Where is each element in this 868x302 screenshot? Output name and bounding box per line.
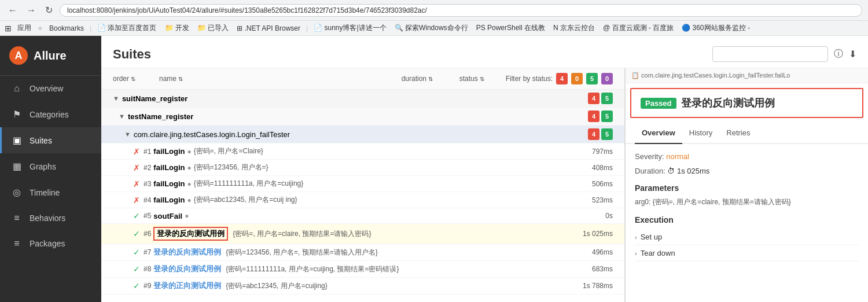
- row-duration: 496ms: [567, 248, 613, 256]
- pass-icon: ✓: [133, 229, 140, 238]
- row-num: #9: [144, 282, 151, 290]
- bookmark-sunny[interactable]: 📄 sunny博客|讲述一个: [311, 23, 388, 34]
- tab-retries[interactable]: Retries: [719, 123, 757, 144]
- row-detail: {密码=111111111a, 用户名=cuijing}: [194, 179, 567, 189]
- main-content: Suites ⓘ ⬇ order name duration status Fi…: [101, 36, 868, 302]
- col-order[interactable]: order: [113, 75, 159, 83]
- tree-row[interactable]: ✓ #5 soutFail ● 0s: [101, 208, 624, 224]
- bookmark-bookmarks[interactable]: Bookmarks: [47, 24, 86, 33]
- refresh-button[interactable]: ↻: [43, 3, 55, 17]
- pass-icon: ✓: [133, 248, 140, 257]
- tree-row[interactable]: ✓ #8 登录的反向测试用例 {密码=111111111a, 用户名=cuiji…: [101, 261, 624, 278]
- dot-icon: ●: [187, 196, 192, 204]
- filter-badge-passed[interactable]: 5: [586, 73, 598, 84]
- pass-icon: ✓: [133, 281, 140, 290]
- col-status[interactable]: status: [459, 75, 506, 83]
- row-name: soutFail: [153, 212, 182, 220]
- filter-badge-broken[interactable]: 0: [571, 73, 583, 84]
- bookmark-apps[interactable]: 应用: [15, 23, 34, 34]
- chevron-right-icon: ›: [635, 234, 637, 241]
- row-num: #4: [144, 196, 151, 204]
- tree-row-selected[interactable]: ✓ #6 登录的反向测试用例 {密码=, 用户名=claire, 预期结果=请输…: [101, 224, 624, 244]
- dot-icon: ●: [187, 164, 192, 172]
- tab-overview[interactable]: Overview: [635, 123, 682, 144]
- detail-url: 📋 com.claire.jing.testCases.login.Login_…: [626, 68, 868, 83]
- tree-row[interactable]: ✗ #3 failLogin ● {密码=111111111a, 用户名=cui…: [101, 176, 624, 192]
- row-name: 登录的正向测试用例: [153, 281, 221, 291]
- sidebar-item-graphs[interactable]: ▦ Graphs: [0, 153, 101, 179]
- sidebar-label-timeline: Timeline: [30, 188, 60, 197]
- bookmarks-bar: ⊞ 应用 ★ Bookmarks | 📄 添加至百度首页 📁 开发 📁 已导入 …: [0, 21, 868, 36]
- row-name: failLogin: [153, 179, 185, 188]
- row-duration: 1s 788ms: [567, 282, 613, 290]
- execution-setup[interactable]: › Set up: [635, 229, 859, 245]
- execution-section: Execution › Set up › Tear down: [635, 215, 859, 262]
- bookmark-dev[interactable]: 📁 开发: [163, 23, 192, 34]
- table-header: order name duration status Filter by sta…: [101, 68, 624, 90]
- row-duration: 523ms: [567, 196, 613, 204]
- timeline-icon: ◎: [11, 187, 23, 198]
- bookmark-windows[interactable]: 🔍 探索Windows命令行: [392, 23, 470, 34]
- badge-fail: 4: [588, 93, 599, 104]
- tree-row[interactable]: ✗ #4 failLogin ● {密码=abc12345, 用户名=cuij …: [101, 192, 624, 208]
- tree-row[interactable]: ▼ suitName_register 4 5: [101, 90, 624, 108]
- row-duration: 1s 025ms: [567, 230, 613, 238]
- sidebar-item-overview[interactable]: ⌂ Overview: [0, 76, 101, 101]
- detail-panel: 📋 com.claire.jing.testCases.login.Login_…: [625, 68, 868, 302]
- suites-panel: order name duration status Filter by sta…: [101, 68, 625, 302]
- fail-icon: ✗: [133, 147, 140, 156]
- dot-icon: ●: [187, 148, 192, 156]
- forward-button[interactable]: →: [24, 4, 38, 17]
- tree-row[interactable]: ✓ #7 登录的反向测试用例 {密码=123456, 用户名=, 预期结果=请输…: [101, 244, 624, 261]
- row-name: failLogin: [153, 196, 185, 204]
- row-name: failLogin: [153, 163, 185, 172]
- bookmark-jd[interactable]: N 京东云控台: [551, 23, 597, 34]
- sidebar-item-categories[interactable]: ⚑ Categories: [0, 101, 101, 127]
- tree-row[interactable]: ▼ testName_register 4 5: [101, 108, 624, 126]
- execution-title: Execution: [635, 215, 859, 224]
- severity-value: normal: [666, 152, 689, 161]
- tree-row[interactable]: ▼ com.claire.jing.testCases.login.Login_…: [101, 126, 624, 143]
- sidebar-label-overview: Overview: [30, 84, 63, 93]
- back-button[interactable]: ←: [6, 4, 20, 17]
- suites-icon: ▣: [11, 135, 23, 146]
- tab-history[interactable]: History: [682, 123, 719, 144]
- badge-fail: 4: [588, 128, 599, 140]
- pass-icon: ✓: [133, 264, 140, 274]
- graphs-icon: ▦: [11, 161, 23, 172]
- bookmark-360[interactable]: 🔵 360网站服务监控 -: [679, 23, 752, 34]
- row-duration: 506ms: [567, 180, 613, 188]
- detail-body: Severity: normal Duration: ⏱ 1s 025ms Pa…: [626, 144, 868, 302]
- info-button[interactable]: ⓘ: [834, 48, 843, 60]
- col-duration[interactable]: duration: [402, 75, 459, 83]
- filter-badge-failed[interactable]: 4: [556, 73, 568, 84]
- bookmark-imported[interactable]: 📁 已导入: [195, 23, 231, 34]
- apps-icon[interactable]: ⊞: [5, 24, 12, 33]
- param-arg0: arg0: {密码=, 用户名=claire, 预期结果=请输入密码}: [635, 197, 859, 207]
- col-name[interactable]: name: [159, 75, 402, 83]
- execution-teardown[interactable]: › Tear down: [635, 245, 859, 262]
- sidebar-logo-text: Allure: [34, 49, 67, 62]
- tree-row[interactable]: ✓ #9 登录的正向测试用例 {密码=abc12345, 用户名=cuijing…: [101, 278, 624, 294]
- sidebar-item-suites[interactable]: ▣ Suites: [0, 127, 101, 153]
- browser-chrome: ← → ↻ localhost:8080/jenkins/job/UiAutoT…: [0, 0, 868, 21]
- tree-row[interactable]: ✗ #2 failLogin ● {密码=123456, 用户名=} 408ms: [101, 160, 624, 176]
- download-button[interactable]: ⬇: [849, 49, 856, 60]
- sidebar-item-behaviors[interactable]: ≡ Behaviors: [0, 205, 101, 231]
- row-detail: {密码=111111111a, 用户名=cuijing, 预期结果=密码错误}: [226, 264, 567, 274]
- bookmark-ps[interactable]: PS PowerShell 在线教: [474, 23, 547, 34]
- bookmark-net[interactable]: ⊞ .NET API Browser: [234, 24, 303, 33]
- sidebar-item-packages[interactable]: ≡ Packages: [0, 231, 101, 256]
- filter-badge-skipped[interactable]: 0: [601, 73, 613, 84]
- bookmark-baidu-obs[interactable]: @ 百度云观测 - 百度旅: [601, 23, 676, 34]
- tree-row[interactable]: ✗ #1 failLogin ● {密码=, 用户名=Claire} 797ms: [101, 143, 624, 160]
- row-name: failLogin: [153, 147, 185, 156]
- sidebar-logo: A Allure: [0, 36, 101, 76]
- row-num: #2: [144, 164, 151, 172]
- badge-pass: 5: [601, 93, 613, 104]
- sidebar-item-timeline[interactable]: ◎ Timeline: [0, 179, 101, 205]
- toggle-icon: ▼: [119, 113, 125, 120]
- address-bar[interactable]: localhost:8080/jenkins/job/UiAutoTest04/…: [60, 4, 862, 17]
- search-input[interactable]: [712, 46, 828, 62]
- bookmark-baidu[interactable]: 📄 添加至百度首页: [95, 23, 159, 34]
